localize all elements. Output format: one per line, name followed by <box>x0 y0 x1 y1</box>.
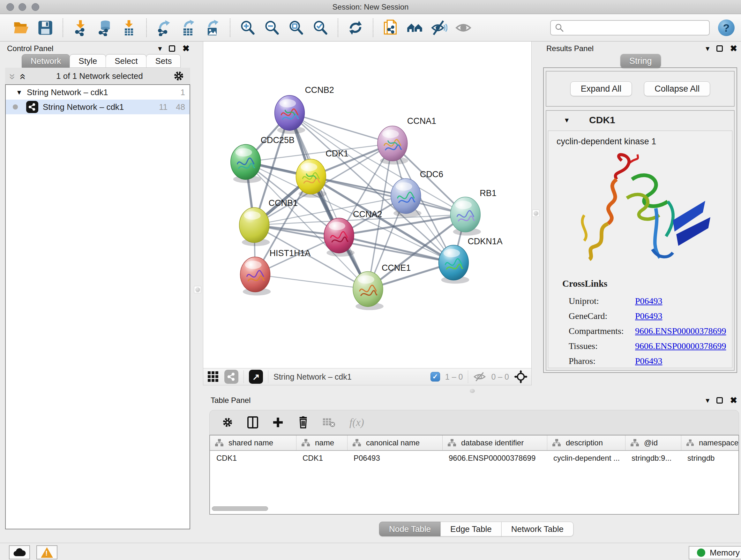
table-options-gear-icon[interactable] <box>222 417 233 428</box>
cloud-status-button[interactable] <box>9 545 30 559</box>
float-panel-icon[interactable] <box>717 45 723 52</box>
cell-id[interactable]: stringdb:9... <box>625 454 681 462</box>
tissues-link[interactable]: 9606.ENSP00000378699 <box>635 341 726 351</box>
column-header-database-identifier[interactable]: database identifier <box>442 435 547 450</box>
cell-database-identifier[interactable]: 9606.ENSP00000378699 <box>442 454 547 462</box>
string-style-icon[interactable] <box>224 370 239 384</box>
fit-selected-crosshair-icon[interactable] <box>514 370 528 383</box>
tab-string-results[interactable]: String <box>620 54 661 68</box>
hidden-eye-icon[interactable] <box>473 371 486 382</box>
help-button[interactable]: ? <box>718 19 735 36</box>
export-network-icon[interactable] <box>155 19 173 37</box>
share-document-icon[interactable] <box>382 19 400 37</box>
tab-node-table[interactable]: Node Table <box>379 522 441 537</box>
gene-collapse-icon[interactable]: ▾ <box>565 116 569 124</box>
zoom-selected-icon[interactable] <box>312 19 329 37</box>
expand-all-button[interactable]: Expand All <box>570 81 632 96</box>
cell-name[interactable]: CDK1 <box>296 454 347 462</box>
column-type-icon <box>353 439 361 447</box>
left-splitter-handle[interactable] <box>194 286 201 293</box>
float-panel-icon[interactable] <box>169 45 175 52</box>
panel-menu-icon[interactable]: ▾ <box>158 45 162 52</box>
network-options-gear-icon[interactable] <box>173 70 185 82</box>
tab-network-table[interactable]: Network Table <box>501 522 574 537</box>
table-row[interactable]: CDK1 CDK1 P06493 9606.ENSP00000378699 cy… <box>210 451 738 465</box>
results-panel-title: Results Panel <box>546 44 594 53</box>
collapse-all-networks-icon[interactable]: « <box>18 74 29 78</box>
close-panel-icon[interactable]: ✖ <box>730 44 737 53</box>
float-panel-icon[interactable] <box>717 397 723 403</box>
search-input[interactable] <box>564 23 705 33</box>
zoom-fit-icon[interactable] <box>287 19 305 37</box>
bottom-splitter-handle[interactable] <box>470 389 475 393</box>
column-header-name[interactable]: name <box>296 435 347 450</box>
warnings-button[interactable] <box>37 545 57 559</box>
pharos-link[interactable]: P06493 <box>635 356 663 366</box>
panel-menu-icon[interactable]: ▾ <box>705 45 710 52</box>
show-eye-icon[interactable] <box>455 19 472 37</box>
network-edge-CDK1-RB1[interactable] <box>311 177 465 214</box>
show-columns-icon[interactable] <box>247 416 258 428</box>
column-header-canonical-name[interactable]: canonical name <box>347 435 442 450</box>
table-panel-title: Table Panel <box>211 396 251 405</box>
selected-checkbox-icon[interactable]: ✓ <box>430 372 440 381</box>
function-builder-icon[interactable]: f(x) <box>349 417 364 428</box>
column-header-description[interactable]: description <box>547 435 625 450</box>
zoom-out-icon[interactable] <box>263 19 281 37</box>
import-database-icon[interactable] <box>96 19 114 37</box>
hide-eye-icon[interactable] <box>430 19 448 37</box>
export-image-icon[interactable] <box>204 19 221 37</box>
delete-column-icon[interactable] <box>298 416 309 428</box>
network-edge-CCNE1-HIST1H1A[interactable] <box>255 274 368 289</box>
horizontal-scrollbar-thumb[interactable] <box>212 506 268 511</box>
cell-description[interactable]: cyclin-dependent ... <box>547 454 625 462</box>
export-table-icon[interactable] <box>179 19 197 37</box>
import-network-icon[interactable] <box>71 19 89 37</box>
open-session-icon[interactable] <box>12 19 30 37</box>
delete-table-icon[interactable] <box>323 417 335 428</box>
cell-shared-name[interactable]: CDK1 <box>210 454 296 462</box>
column-type-icon <box>301 439 310 447</box>
results-panel-body: Expand All Collapse All ▾ CDK1 cyclin-de… <box>543 67 737 373</box>
gene-section-header[interactable]: ▾ CDK1 <box>546 111 734 129</box>
network-row-selected[interactable]: String Network – cdk1 11 48 <box>6 100 190 114</box>
tab-sets[interactable]: Sets <box>146 54 181 68</box>
tab-style[interactable]: Style <box>70 54 106 68</box>
zoom-in-icon[interactable] <box>239 19 257 37</box>
panel-menu-icon[interactable]: ▾ <box>705 396 710 404</box>
cell-namespace[interactable]: stringdb <box>681 454 738 462</box>
tab-select[interactable]: Select <box>106 54 146 68</box>
tab-edge-table[interactable]: Edge Table <box>441 522 502 537</box>
add-column-icon[interactable] <box>272 417 284 428</box>
birds-eye-grid-icon[interactable] <box>207 371 219 383</box>
homes-icon[interactable] <box>406 19 424 37</box>
expand-all-networks-icon[interactable]: » <box>8 74 18 78</box>
network-edge-CCNB2-CCNA1[interactable] <box>289 113 392 144</box>
genecard-link[interactable]: P06493 <box>635 311 663 321</box>
cell-canonical-name[interactable]: P06493 <box>347 454 442 462</box>
column-header-namespace[interactable]: namespace <box>681 435 738 450</box>
search-field[interactable] <box>550 20 710 36</box>
compartments-link[interactable]: 9606.ENSP00000378699 <box>635 326 726 336</box>
collection-collapse-icon[interactable]: ▾ <box>17 88 21 96</box>
network-edge-CCNA2-CDKN1A[interactable] <box>339 236 454 263</box>
open-in-browser-icon[interactable]: ↗ <box>249 370 263 384</box>
gene-symbol: CDK1 <box>589 115 615 125</box>
tab-network[interactable]: Network <box>22 54 70 68</box>
memory-button[interactable]: Memory <box>689 546 741 559</box>
right-splitter-handle[interactable] <box>532 210 539 217</box>
column-header-id[interactable]: @id <box>625 435 681 450</box>
refresh-icon[interactable] <box>347 19 364 37</box>
save-session-icon[interactable] <box>37 19 54 37</box>
close-panel-icon[interactable]: ✖ <box>182 44 190 53</box>
hidden-counts: 0 – 0 <box>491 372 509 381</box>
network-collection-row[interactable]: ▾ String Network – cdk1 1 <box>6 85 190 100</box>
network-edge-CCNB2-CCNE1[interactable] <box>289 113 368 289</box>
close-panel-icon[interactable]: ✖ <box>730 396 737 405</box>
network-canvas[interactable]: CCNB2CCNA1CDC25BCDK1CDC6RB1CCNB1CCNA2CDK… <box>203 42 532 368</box>
column-header-shared-name[interactable]: shared name <box>210 435 296 450</box>
import-table-icon[interactable] <box>120 19 138 37</box>
network-graph[interactable]: CCNB2CCNA1CDC25BCDK1CDC6RB1CCNB1CCNA2CDK… <box>203 42 531 368</box>
collapse-all-button[interactable]: Collapse All <box>644 81 710 96</box>
uniprot-link[interactable]: P06493 <box>635 296 663 306</box>
